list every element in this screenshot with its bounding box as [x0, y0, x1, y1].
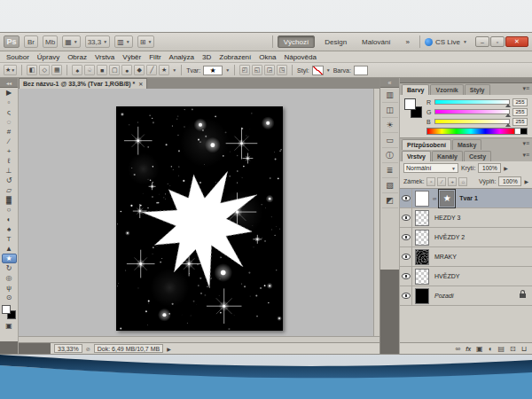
blend-mode-select[interactable]: Normální ▼	[403, 163, 458, 173]
quick-mask-button[interactable]: ▣	[2, 321, 17, 331]
menu-napoveda[interactable]: Nápověda	[284, 53, 316, 61]
type-tool[interactable]: T	[2, 234, 17, 244]
tab-kanaly[interactable]: Kanály	[432, 151, 463, 161]
line-tool-icon[interactable]: ╱	[146, 65, 157, 75]
menu-analyza[interactable]: Analýza	[169, 53, 194, 61]
menu-obraz[interactable]: Obraz	[67, 53, 87, 61]
pen-tool-icon[interactable]: ♠	[72, 65, 82, 75]
polygon-tool-icon[interactable]: ◆	[134, 65, 145, 75]
canvas[interactable]	[116, 106, 283, 331]
menu-soubor[interactable]: Soubor	[6, 53, 29, 61]
visibility-toggle[interactable]	[400, 189, 412, 207]
eyedropper-tool[interactable]: ∕	[2, 137, 17, 146]
foreground-color-swatch[interactable]	[2, 305, 11, 314]
menu-filtr[interactable]: Filtr	[149, 53, 160, 61]
vertical-scrollbar[interactable]	[373, 89, 379, 336]
visibility-toggle[interactable]	[400, 267, 412, 286]
fill-pixels-mode-icon[interactable]: ▦	[51, 65, 62, 75]
info-panel-icon[interactable]: ⓘ	[382, 148, 398, 163]
shape-tool[interactable]: ★	[2, 254, 17, 263]
visibility-toggle[interactable]	[400, 208, 412, 227]
move-tool[interactable]: ▶	[2, 88, 17, 98]
close-icon[interactable]: ✕	[138, 81, 143, 87]
minimize-button[interactable]: –	[475, 36, 489, 47]
tab-masky[interactable]: Masky	[452, 139, 481, 150]
menu-vyber[interactable]: Výběr	[122, 53, 141, 61]
tab-barvy[interactable]: Barvy	[402, 84, 429, 95]
3d-camera-tool[interactable]: ◎	[2, 273, 17, 283]
green-slider[interactable]	[434, 109, 510, 114]
tab-cesty[interactable]: Cesty	[464, 151, 491, 161]
canvas-pasteboard[interactable]	[19, 89, 379, 336]
cs-live-button[interactable]: CS Live ▼	[425, 38, 467, 46]
horizontal-scrollbar[interactable]	[19, 336, 379, 342]
layer-thumbnail[interactable]	[415, 191, 429, 207]
layer-name[interactable]: Pozadí	[434, 293, 454, 299]
adjustment-layer-icon[interactable]: ◐	[489, 345, 493, 353]
marquee-tool[interactable]: ▫	[2, 98, 17, 107]
vector-mask-thumbnail[interactable]: ★	[440, 191, 454, 207]
tab-styly[interactable]: Styly	[465, 84, 490, 95]
intersect-shape-area-icon[interactable]: ◲	[264, 65, 275, 75]
layer-row-mraky[interactable]: MRAKY	[400, 247, 532, 267]
actions-panel-icon[interactable]: ▧	[382, 178, 398, 193]
custom-shape-picker[interactable]: ★	[203, 66, 223, 75]
kuler-panel-icon[interactable]: ◫	[382, 103, 398, 118]
quick-selection-tool[interactable]: ◌	[2, 117, 17, 127]
blur-tool[interactable]: ○	[2, 205, 17, 215]
screen-mode-button[interactable]: ⊞▼	[137, 35, 155, 48]
zoom-level-button[interactable]: 33,3▼	[85, 35, 111, 48]
mini-bridge-button[interactable]: Mb	[43, 35, 58, 48]
adjustments-panel-icon[interactable]: ☀	[382, 118, 398, 133]
menu-vrstva[interactable]: Vrstva	[95, 53, 114, 61]
new-layer-icon[interactable]: ⊡	[510, 345, 516, 353]
foreground-color-swatch[interactable]	[404, 98, 416, 110]
workspace-vychozi-button[interactable]: Výchozí	[278, 35, 315, 48]
layer-row-tvar-1[interactable]: ∞ ★ Tvar 1	[400, 189, 532, 208]
rounded-rectangle-tool-icon[interactable]: ▢	[109, 65, 120, 75]
menu-okna[interactable]: Okna	[259, 53, 276, 61]
blue-slider[interactable]	[434, 119, 510, 124]
panel-menu-icon[interactable]: ▾≡	[522, 85, 529, 92]
layer-name[interactable]: MRAKY	[434, 254, 457, 260]
opacity-spinner-icon[interactable]: ▶	[504, 165, 508, 171]
layer-thumbnail[interactable]	[415, 249, 429, 265]
add-layer-mask-icon[interactable]: ▣	[476, 345, 483, 353]
layer-row-hvezdy-2[interactable]: HVĚZDY 2	[400, 228, 532, 247]
pen-tool[interactable]: ♠	[2, 224, 17, 234]
clone-stamp-tool[interactable]: ⊥	[2, 166, 17, 176]
slider-handle-icon[interactable]	[505, 123, 511, 127]
layer-row-hvezdy[interactable]: HVĚZDY	[400, 267, 532, 286]
gradient-tool[interactable]: ▓	[2, 195, 17, 205]
blue-value-field[interactable]: 255	[512, 118, 528, 126]
layer-name[interactable]: HVĚZDY	[434, 273, 459, 279]
fill-spinner-icon[interactable]: ▶	[524, 178, 528, 184]
add-shape-area-icon[interactable]: ◰	[239, 65, 250, 75]
workspace-design-button[interactable]: Design	[319, 35, 352, 48]
panel-menu-icon[interactable]: ▾≡	[522, 152, 529, 159]
red-slider[interactable]	[434, 99, 510, 105]
shape-color-swatch[interactable]	[354, 66, 368, 75]
panel-menu-icon[interactable]: ▾≡	[522, 140, 529, 147]
mini-bridge-panel-icon[interactable]: ▥	[382, 88, 398, 103]
path-selection-tool[interactable]: ▲	[2, 244, 17, 254]
tab-vzornik[interactable]: Vzorník	[430, 84, 463, 95]
tool-preset-picker[interactable]: ★▼	[4, 65, 17, 75]
restore-button[interactable]: ▫	[490, 36, 505, 47]
document-tab[interactable]: Bez názvu-1 @ 33,3% (Tvar 1,RGB/8) * ✕	[19, 78, 147, 89]
history-brush-tool[interactable]: ↺	[2, 176, 17, 185]
lock-transparency-icon[interactable]: ▫	[426, 177, 435, 186]
toolbox-collapse-grip[interactable]: ◂◂	[0, 78, 18, 88]
dock-collapse-grip[interactable]: «	[380, 78, 399, 88]
layer-row-hezdy-3[interactable]: HEZDY 3	[400, 208, 532, 228]
delete-layer-icon[interactable]: ⊔	[521, 345, 527, 353]
menu-zobrazeni[interactable]: Zobrazení	[219, 53, 251, 61]
foreground-background-swatches[interactable]	[2, 305, 16, 319]
style-none-swatch[interactable]	[312, 66, 324, 75]
fill-field[interactable]: 100%	[498, 176, 521, 186]
ellipse-tool-icon[interactable]: ●	[121, 65, 132, 75]
lock-position-icon[interactable]: +	[448, 177, 457, 186]
crop-tool[interactable]: #	[2, 127, 17, 137]
arrange-documents-button[interactable]: ▥▼	[114, 35, 133, 48]
visibility-toggle[interactable]	[400, 247, 412, 266]
